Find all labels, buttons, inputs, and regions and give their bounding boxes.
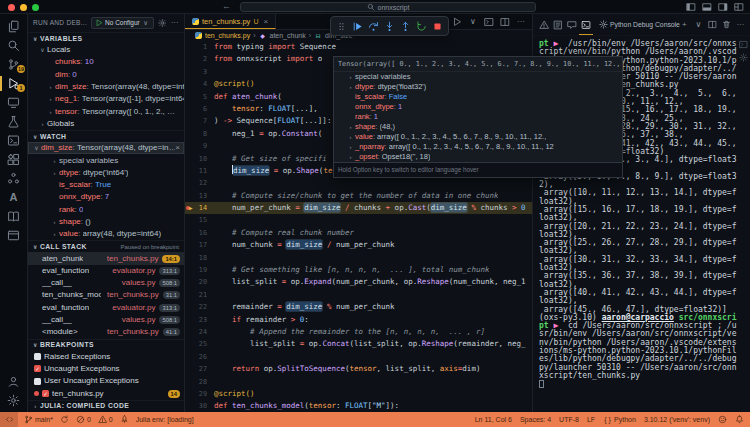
debug-toolbar-button[interactable] [432, 21, 443, 32]
panel-tab[interactable] [537, 14, 551, 35]
breakpoint-row[interactable]: Raised Exceptions [28, 351, 184, 363]
hover-property-row[interactable]: › shape : (48,) [334, 122, 622, 132]
watch-expression-row[interactable]: ∨ dim_size : Tensor(array(48, dtype=in… … [28, 142, 184, 154]
gutter[interactable]: 18 [185, 252, 207, 264]
status-bar-item[interactable] [60, 415, 69, 424]
code-line[interactable]: 22 remainder = dim_size % num_per_chunk [185, 301, 532, 313]
gutter[interactable]: 4 [185, 78, 207, 90]
stack-frame-row[interactable]: eval_function evaluator.py 313:1 [28, 302, 184, 314]
close-tab-icon[interactable]: × [263, 17, 268, 26]
status-bar-item[interactable] [718, 415, 727, 424]
activity-bar-item[interactable] [0, 207, 27, 226]
stack-frame-row[interactable]: __call__ values.py 508:1 [28, 277, 184, 289]
gutter[interactable]: 8 [185, 128, 207, 140]
watch-child-row[interactable]: › special variables [28, 154, 184, 166]
code-line[interactable]: 25 list_split = op.Concat(list_split, op… [185, 338, 532, 350]
globals-group[interactable]: › Globals [28, 118, 184, 130]
gutter[interactable]: 22 [185, 301, 207, 313]
breakpoint-row[interactable]: User Uncaught Exceptions [28, 375, 184, 387]
start-debug-icon[interactable] [95, 19, 103, 27]
close-window-button[interactable] [8, 4, 15, 11]
layout-toggle-icon[interactable] [702, 2, 712, 12]
gutter[interactable]: 28 [185, 376, 207, 388]
debug-toolbar-button[interactable] [416, 21, 427, 32]
watch-child-row[interactable]: is_scalar : True [28, 179, 184, 191]
status-bar-item[interactable] [120, 415, 129, 424]
julia-compiled-code-header[interactable]: › JULIA: COMPILED CODE [28, 400, 184, 412]
activity-bar-item[interactable] [0, 150, 27, 169]
panel-tab[interactable] [551, 14, 565, 35]
panel-action-icon[interactable] [722, 20, 731, 29]
panel-action-icon[interactable]: ∨ [694, 20, 703, 29]
variable-row[interactable]: chunks : 10 [28, 56, 184, 68]
gutter[interactable]: 21 [185, 289, 207, 301]
activity-bar-item[interactable] [0, 169, 27, 188]
gutter[interactable]: 26 [185, 351, 207, 363]
status-bar-item[interactable]: 3.10.12 ('venv': venv) [644, 416, 710, 423]
stack-frame-row[interactable]: aten_chunk ten_chunks.py 14:1 [28, 252, 184, 264]
status-bar-item[interactable]: { } Python [603, 415, 636, 424]
layout-toggle-icon[interactable] [718, 2, 728, 12]
status-bar-item[interactable]: 0 [76, 415, 91, 424]
code-line[interactable]: 30 def ten_chunks_model(tensor: FLOAT["M… [185, 400, 532, 412]
gutter[interactable]: ▶ 14 [185, 202, 207, 214]
gutter[interactable]: 10 [185, 153, 207, 165]
status-bar-item[interactable]: Spaces: 4 [520, 416, 551, 423]
code-line[interactable]: 19 # Get something like [n, n, n, n, ...… [185, 264, 532, 276]
status-bar-item[interactable]: 0 [98, 415, 113, 424]
activity-bar-item[interactable]: 1 [0, 74, 27, 93]
breakpoints-header[interactable]: ∨ BREAKPOINTS [28, 339, 184, 351]
status-bar-item[interactable]: LF [587, 416, 595, 423]
gutter[interactable]: 1 [185, 41, 207, 53]
back-icon[interactable]: ← [222, 1, 231, 11]
editor-action-icon[interactable]: ∨ [468, 17, 478, 27]
gutter[interactable]: 23 [185, 314, 207, 326]
debug-toolbar-button[interactable] [336, 21, 347, 32]
gutter[interactable]: 20 [185, 276, 207, 288]
stack-frame-row[interactable]: __call__ values.py 508:1 [28, 314, 184, 326]
variable-row[interactable]: dim : 0 [28, 69, 184, 81]
variables-header[interactable]: ∨ VARIABLES [28, 32, 184, 44]
variable-row[interactable]: › neg_1 : Tensor(array([-1], dtype=int64… [28, 93, 184, 105]
tab-ten-chunks[interactable]: ten_chunks.py U × [185, 14, 276, 29]
activity-bar-item[interactable]: 19 [0, 55, 27, 74]
terminal-instance-label[interactable]: Python Debug Console [599, 20, 680, 29]
terminal-side-icon[interactable] [739, 40, 748, 49]
status-bar-item[interactable]: Ln 11, Col 6 [475, 416, 512, 423]
layout-toggle-icon[interactable] [686, 2, 696, 12]
status-bar-item[interactable]: UTF-8 [559, 416, 579, 423]
maximize-window-button[interactable] [32, 4, 39, 11]
activity-bar-item[interactable]: A [0, 188, 27, 207]
gutter[interactable]: 16 [185, 227, 207, 239]
watch-child-row[interactable]: rank : 0 [28, 204, 184, 216]
variable-row[interactable]: › tensor : Tensor(array([ 0., 1., 2., … [28, 105, 184, 117]
more-actions-icon[interactable]: ··· [170, 18, 179, 28]
gutter[interactable]: 11 [185, 165, 207, 177]
status-bar-item[interactable]: main* [24, 415, 53, 424]
minimize-window-button[interactable] [20, 4, 27, 11]
activity-bar-item[interactable] [0, 112, 27, 131]
code-line[interactable]: 27 return op.SplitToSequence(tensor, lis… [185, 363, 532, 375]
code-line[interactable]: 26 [185, 351, 532, 363]
code-line[interactable]: 18 [185, 252, 532, 264]
traffic-lights[interactable] [8, 4, 39, 11]
hover-property-row[interactable]: rank : 1 [334, 112, 622, 122]
breadcrumb-item[interactable]: aten_chunk [270, 32, 306, 39]
gutter[interactable]: 6 [185, 103, 207, 115]
panel-action-icon[interactable] [708, 20, 717, 29]
activity-bar-item[interactable] [0, 391, 27, 410]
hover-property-row[interactable]: is_scalar : False [334, 92, 622, 102]
activity-bar-item[interactable] [0, 131, 27, 150]
watch-child-row[interactable]: › dtype : dtype('int64') [28, 167, 184, 179]
hover-property-row[interactable]: › value : array([ 0., 1., 2., 3., 4., 5.… [334, 132, 622, 142]
variable-row[interactable]: › dim_size : Tensor(array(48, dtype=int6… [28, 81, 184, 93]
code-line[interactable]: 17 num_chunk = dim_size / num_per_chunk [185, 239, 532, 251]
editor-action-icon[interactable] [484, 17, 494, 27]
gutter[interactable]: 2 [185, 53, 207, 65]
editor-action-icon[interactable] [452, 17, 462, 27]
stack-frame-row[interactable]: ten_chunks_model ten_chunks.py 31:1 [28, 289, 184, 301]
status-bar-item[interactable] [735, 415, 744, 424]
code-line[interactable]: 23 if remainder > 0: [185, 314, 532, 326]
gutter[interactable]: 15 [185, 214, 207, 226]
code-line[interactable]: 13 # Compute size/chunk to get the numbe… [185, 190, 532, 202]
